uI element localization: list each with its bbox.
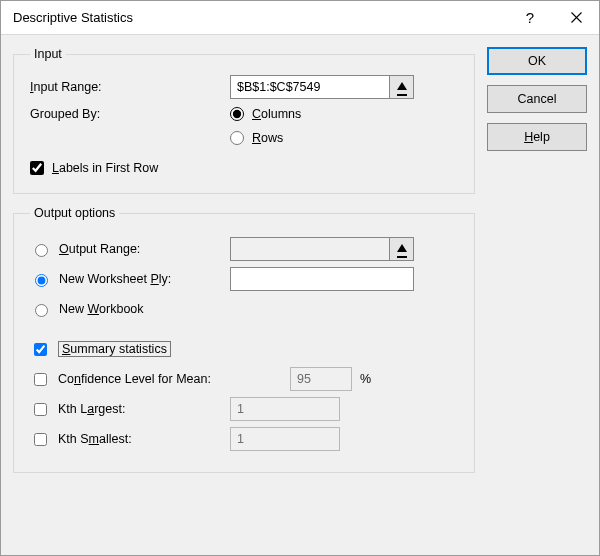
summary-statistics-row: Summary statistics [30, 334, 458, 364]
labels-first-row-label: Labels in First Row [52, 161, 158, 175]
window-title: Descriptive Statistics [13, 10, 507, 25]
close-button[interactable] [553, 2, 599, 34]
left-column: Input Input Range: Grouped By: [13, 47, 475, 543]
confidence-row: Confidence Level for Mean: % [30, 364, 458, 394]
input-range-refbox [230, 75, 414, 99]
output-range-refbox [230, 237, 414, 261]
cancel-button[interactable]: Cancel [487, 85, 587, 113]
close-icon [571, 12, 582, 23]
grouped-by-columns-radio[interactable] [230, 107, 244, 121]
grouped-by-rows-label: Rows [252, 131, 283, 145]
kth-largest-checkbox[interactable] [34, 403, 47, 416]
confidence-suffix: % [360, 372, 371, 386]
new-workbook-label: New Workbook [59, 302, 144, 316]
confidence-label: Confidence Level for Mean: [58, 372, 211, 386]
grouped-by-columns[interactable]: Columns [230, 107, 301, 121]
output-range-input[interactable] [230, 237, 390, 261]
output-group: Output options Output Range: [13, 206, 475, 473]
dialog-window: Descriptive Statistics ? Input Input Ran… [0, 0, 600, 556]
grouped-by-label: Grouped By: [30, 107, 230, 121]
arrow-up-icon [397, 79, 407, 96]
new-worksheet-row: New Worksheet Ply: [30, 264, 458, 294]
new-workbook-row: New Workbook [30, 294, 458, 324]
input-legend: Input [30, 47, 66, 61]
kth-smallest-label: Kth Smallest: [58, 432, 132, 446]
dialog-body: Input Input Range: Grouped By: [1, 35, 599, 555]
input-group: Input Input Range: Grouped By: [13, 47, 475, 194]
help-button[interactable]: Help [487, 123, 587, 151]
labels-first-row-checkbox[interactable] [30, 161, 44, 175]
output-range-radio[interactable] [35, 244, 48, 257]
new-workbook-radio[interactable] [35, 304, 48, 317]
kth-largest-row: Kth Largest: [30, 394, 458, 424]
summary-statistics-checkbox[interactable] [34, 343, 47, 356]
output-range-collapse-button[interactable] [390, 237, 414, 261]
output-range-row: Output Range: [30, 234, 458, 264]
summary-statistics-label: Summary statistics [58, 341, 171, 357]
collapse-dialog-button[interactable] [390, 75, 414, 99]
kth-largest-input[interactable] [230, 397, 340, 421]
input-range-label: Input Range: [30, 80, 230, 94]
right-column: OK Cancel Help [487, 47, 587, 543]
confidence-checkbox[interactable] [34, 373, 47, 386]
arrow-up-icon [397, 241, 407, 258]
input-range-input[interactable] [230, 75, 390, 99]
new-worksheet-radio[interactable] [35, 274, 48, 287]
grouped-by-rows-radio[interactable] [230, 131, 244, 145]
output-range-label: Output Range: [59, 242, 140, 256]
grouped-by-rows[interactable]: Rows [230, 131, 301, 145]
labels-first-row[interactable]: Labels in First Row [30, 161, 458, 175]
kth-smallest-input[interactable] [230, 427, 340, 451]
grouped-by-columns-label: Columns [252, 107, 301, 121]
help-titlebar-button[interactable]: ? [507, 2, 553, 34]
ok-button[interactable]: OK [487, 47, 587, 75]
grouped-by-radios: Columns Rows [230, 107, 301, 145]
kth-smallest-row: Kth Smallest: [30, 424, 458, 454]
confidence-input[interactable] [290, 367, 352, 391]
input-range-row: Input Range: [30, 75, 458, 99]
output-legend: Output options [30, 206, 119, 220]
new-worksheet-label: New Worksheet Ply: [59, 272, 171, 286]
new-worksheet-input[interactable] [230, 267, 414, 291]
grouped-by-row: Grouped By: Columns Rows [30, 107, 458, 145]
kth-largest-label: Kth Largest: [58, 402, 125, 416]
kth-smallest-checkbox[interactable] [34, 433, 47, 446]
titlebar: Descriptive Statistics ? [1, 1, 599, 35]
